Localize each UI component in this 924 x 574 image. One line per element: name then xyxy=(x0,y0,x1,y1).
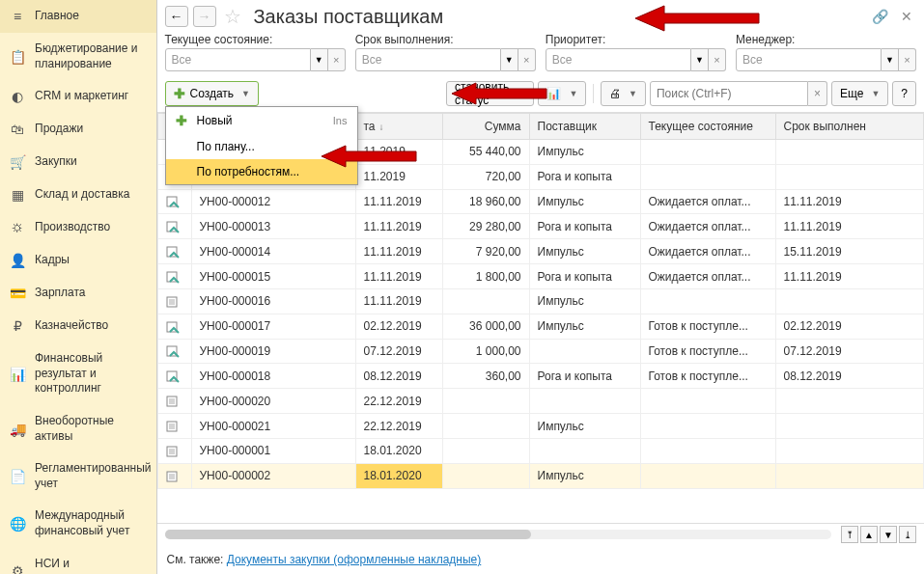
menu-item[interactable]: По плану... xyxy=(166,134,357,159)
cell-status: Ожидается оплат... xyxy=(640,214,775,239)
filter-select[interactable]: Все xyxy=(546,48,691,71)
filter-clear-button[interactable]: × xyxy=(899,48,916,71)
cell-supplier: Импульс xyxy=(529,288,640,314)
filter-clear-button[interactable]: × xyxy=(328,48,346,71)
cell-number: УН00-000020 xyxy=(191,389,355,414)
cell-due xyxy=(775,164,924,189)
sidebar-item[interactable]: ⚙НСИ и администрирование xyxy=(0,548,156,574)
create-button-label: Создать xyxy=(190,87,235,100)
cell-date: 11.11.2019 xyxy=(355,264,442,289)
sidebar-item[interactable]: ≡Главное xyxy=(0,0,156,33)
cell-date: 08.12.2019 xyxy=(355,364,442,389)
filter-dropdown-button[interactable]: ▼ xyxy=(501,48,518,71)
col-sum[interactable]: Сумма xyxy=(442,114,529,140)
cell-date: 11.11.2019 xyxy=(355,288,442,314)
col-due[interactable]: Срок выполнен xyxy=(775,114,924,140)
nav-forward-button[interactable]: → xyxy=(193,6,216,27)
filter-dropdown-button[interactable]: ▼ xyxy=(311,48,328,71)
cell-status xyxy=(640,140,775,165)
document-icon xyxy=(166,245,180,259)
cell-due: 02.12.2019 xyxy=(775,314,924,339)
table-row[interactable]: УН00-000002 18.01.2020 Импульс xyxy=(157,463,924,488)
sidebar-item[interactable]: 📄Регламентированный учет xyxy=(0,452,156,500)
table-row[interactable]: УН00-000019 07.12.2019 1 000,00 Готов к … xyxy=(157,339,924,364)
footer: См. также: Документы закупки (оформленны… xyxy=(157,545,925,574)
sidebar-item-label: Производство xyxy=(35,220,110,235)
sidebar-icon: 📊 xyxy=(10,367,25,382)
cell-status xyxy=(640,288,775,314)
document-icon xyxy=(166,295,180,309)
print-button[interactable]: 🖨 ▼ xyxy=(601,81,646,106)
sidebar-item[interactable]: ⛭Производство xyxy=(0,211,156,244)
table-row[interactable]: УН00-000016 11.11.2019 Импульс xyxy=(157,288,924,314)
table-row[interactable]: УН00-000014 11.11.2019 7 920,00 Импульс … xyxy=(157,239,924,264)
footer-link[interactable]: Документы закупки (оформленные накладные… xyxy=(227,553,482,566)
cell-supplier: Рога и копыта xyxy=(529,164,640,189)
table-row[interactable]: УН00-000020 22.12.2019 xyxy=(157,389,924,414)
goto-top-button[interactable]: ⤒ xyxy=(841,526,858,543)
nav-back-button[interactable]: ← xyxy=(165,6,188,27)
filter-clear-button[interactable]: × xyxy=(709,48,726,71)
help-button[interactable]: ? xyxy=(892,81,916,106)
filter-select[interactable]: Все xyxy=(165,48,311,71)
filter-select[interactable]: Все xyxy=(736,48,882,71)
cell-date: 07.12.2019 xyxy=(355,339,442,364)
link-icon[interactable]: 🔗 xyxy=(870,7,889,26)
goto-up-button[interactable]: ▲ xyxy=(860,526,878,543)
table-row[interactable]: УН00-000021 22.12.2019 Импульс xyxy=(157,414,924,439)
cell-date: 11.11.2019 xyxy=(355,239,442,264)
cell-status xyxy=(640,164,775,189)
favorite-star-icon[interactable]: ☆ xyxy=(221,5,244,28)
menu-item[interactable]: ✚НовыйIns xyxy=(166,107,357,134)
sidebar-item-label: Регламентированный учет xyxy=(35,461,152,491)
hscroll-thumb[interactable] xyxy=(165,530,532,539)
col-date[interactable]: та↓ xyxy=(355,114,442,140)
sidebar-item[interactable]: 👤Кадры xyxy=(0,244,156,277)
filter-dropdown-button[interactable]: ▼ xyxy=(691,48,709,71)
sidebar-item[interactable]: 💳Зарплата xyxy=(0,277,156,310)
cell-status xyxy=(640,463,775,488)
cell-number: УН00-000017 xyxy=(191,314,355,339)
page-title: Заказы поставщикам xyxy=(254,6,866,28)
sidebar-item-label: Склад и доставка xyxy=(35,187,129,203)
menu-item[interactable]: По потребностям... xyxy=(166,159,357,184)
chevron-down-icon: ▼ xyxy=(569,89,577,98)
create-button[interactable]: ✚ Создать ▼ xyxy=(165,81,260,106)
filter-select[interactable]: Все xyxy=(355,48,501,71)
table-row[interactable]: УН00-000012 11.11.2019 18 960,00 Импульс… xyxy=(157,189,924,214)
more-button-label: Еще xyxy=(840,87,863,100)
sidebar-item[interactable]: 📊Финансовый результат и контроллинг xyxy=(0,342,156,405)
sidebar-item[interactable]: 🚚Внеоборотные активы xyxy=(0,405,156,452)
filter-dropdown-button[interactable]: ▼ xyxy=(882,48,899,71)
table-row[interactable]: УН00-000015 11.11.2019 1 800,00 Рога и к… xyxy=(157,264,924,289)
table-row[interactable]: УН00-000013 11.11.2019 29 280,00 Рога и … xyxy=(157,214,924,239)
set-status-button[interactable]: становить статус ▼ xyxy=(446,81,534,106)
sidebar-icon: ⛭ xyxy=(10,220,25,235)
sidebar-item[interactable]: ₽Казначейство xyxy=(0,310,156,342)
cell-number: УН00-000002 xyxy=(191,463,355,488)
sidebar-icon: 💳 xyxy=(10,286,25,301)
goto-down-button[interactable]: ▼ xyxy=(880,526,897,543)
table-row[interactable]: УН00-000001 18.01.2020 xyxy=(157,438,924,463)
cell-status xyxy=(640,438,775,463)
cell-icon xyxy=(157,314,191,339)
table-row[interactable]: УН00-000018 08.12.2019 360,00 Рога и коп… xyxy=(157,364,924,389)
search-clear-button[interactable]: × xyxy=(808,81,827,106)
hscroll-track[interactable] xyxy=(165,530,832,539)
sidebar-item[interactable]: 🛍Продажи xyxy=(0,113,156,146)
sidebar-item[interactable]: 🛒Закупки xyxy=(0,146,156,178)
table-row[interactable]: УН00-000017 02.12.2019 36 000,00 Импульс… xyxy=(157,314,924,339)
sidebar-item[interactable]: 🌐Международный финансовый учет xyxy=(0,500,156,547)
sidebar-item[interactable]: ◐CRM и маркетинг xyxy=(0,80,156,113)
col-supplier[interactable]: Поставщик xyxy=(529,114,640,140)
goto-bottom-button[interactable]: ⤓ xyxy=(899,526,916,543)
report-button[interactable]: 📊 ▼ xyxy=(538,81,586,106)
sidebar-item[interactable]: ▦Склад и доставка xyxy=(0,178,156,211)
close-icon[interactable]: ✕ xyxy=(897,7,916,26)
sidebar-item[interactable]: 📋Бюджетирование и планирование xyxy=(0,33,156,80)
filter-clear-button[interactable]: × xyxy=(518,48,536,71)
col-status[interactable]: Текущее состояние xyxy=(640,114,775,140)
search-input[interactable] xyxy=(650,81,808,106)
cell-number: УН00-000019 xyxy=(191,339,355,364)
more-button[interactable]: Еще ▼ xyxy=(831,81,888,106)
